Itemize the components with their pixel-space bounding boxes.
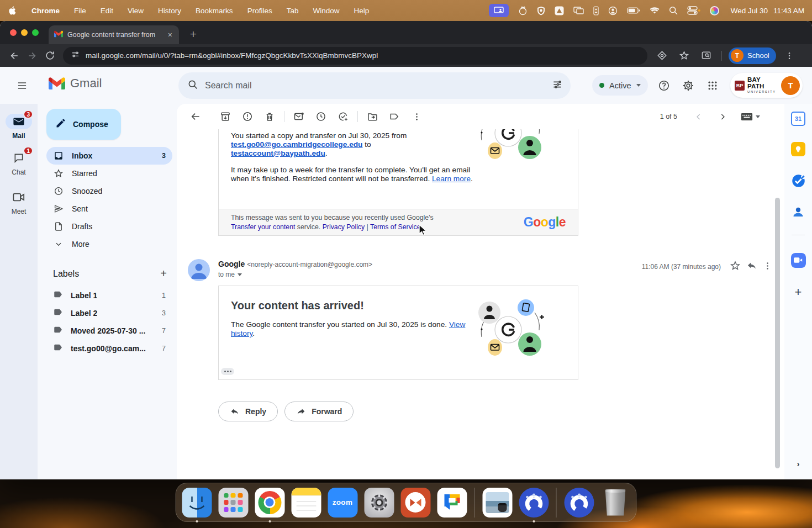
mark-unread-icon[interactable] (288, 105, 310, 128)
transfer-to-link[interactable]: testaccount@baypath.edu (231, 149, 325, 157)
sidebar-item-snoozed[interactable]: Snoozed (46, 182, 172, 200)
site-settings-icon[interactable] (71, 50, 80, 61)
rail-item-meet[interactable]: Meet (0, 189, 38, 215)
calendar-icon[interactable]: 31 (790, 110, 806, 127)
message-more-icon[interactable] (763, 261, 772, 273)
privacy-policy-link[interactable]: Privacy Policy (323, 223, 365, 231)
menu-profiles[interactable]: Profiles (247, 7, 272, 15)
reply-icon[interactable] (746, 260, 757, 273)
rail-item-mail[interactable]: 3 Mail (0, 114, 38, 140)
settings-gear-icon[interactable] (677, 75, 699, 97)
address-bar[interactable]: mail.google.com/mail/u/0/?tab=rm&ogbl#in… (63, 47, 647, 65)
apps-grid-icon[interactable] (702, 75, 724, 97)
scrollbar-thumb[interactable] (775, 198, 780, 468)
sender-avatar[interactable] (188, 259, 210, 281)
menu-clock[interactable]: Wed Jul 30 11:43 AM (731, 7, 804, 15)
forward-button[interactable]: Forward (284, 402, 354, 421)
reply-button[interactable]: Reply (218, 402, 278, 421)
star-message-icon[interactable] (730, 260, 741, 273)
close-window-button[interactable] (10, 29, 17, 36)
menu-window[interactable]: Window (313, 7, 339, 15)
back-to-inbox-icon[interactable] (184, 105, 207, 128)
keep-icon[interactable] (790, 141, 806, 157)
main-menu-icon[interactable] (11, 75, 33, 97)
user-switch-icon[interactable] (608, 6, 618, 15)
snooze-icon[interactable] (310, 105, 332, 128)
browser-tab[interactable]: Google content transfer from × (49, 25, 179, 44)
fullscreen-window-button[interactable] (32, 29, 39, 36)
extensions-icon[interactable] (653, 47, 671, 65)
display-mirroring-icon[interactable] (573, 7, 584, 14)
dock-finder-icon[interactable] (181, 487, 213, 518)
menu-file[interactable]: File (74, 7, 86, 15)
control-center-icon[interactable] (687, 6, 700, 15)
hide-side-panel-icon[interactable]: › (790, 455, 806, 472)
menu-bookmarks[interactable]: Bookmarks (196, 7, 233, 15)
dock-settings-icon[interactable] (363, 487, 395, 518)
status-selector[interactable]: Active (592, 75, 648, 96)
search-options-icon[interactable] (552, 79, 563, 92)
tasks-icon[interactable] (790, 172, 806, 189)
gmail-logo[interactable]: Gmail (49, 76, 102, 91)
recipient-row[interactable]: to me (218, 271, 372, 278)
dock-trash-icon[interactable] (600, 487, 631, 518)
show-trimmed-content-button[interactable] (221, 368, 234, 375)
account-avatar[interactable]: T (781, 76, 800, 95)
shield-icon[interactable] (537, 6, 545, 15)
dock-chrome-icon[interactable] (254, 487, 286, 518)
device-battery-icon[interactable] (593, 6, 599, 15)
archive-icon[interactable] (214, 105, 236, 128)
spotlight-search-icon[interactable] (669, 6, 678, 15)
search-input[interactable] (205, 81, 545, 91)
terms-link[interactable]: Terms of Service (370, 223, 421, 231)
compose-button[interactable]: Compose (46, 109, 121, 140)
rail-item-chat[interactable]: 1 Chat (0, 150, 38, 176)
wifi-icon[interactable] (650, 7, 660, 14)
bookmark-star-icon[interactable] (675, 47, 693, 65)
menu-help[interactable]: Help (354, 7, 369, 15)
menu-app-name[interactable]: Chrome (31, 7, 60, 15)
side-panel-icon[interactable] (697, 47, 715, 65)
dock-notes-icon[interactable] (291, 487, 322, 518)
dock-preview-icon[interactable] (482, 487, 513, 518)
input-tools-icon[interactable] (736, 105, 764, 128)
badge-status-icon[interactable] (518, 6, 528, 15)
report-spam-icon[interactable] (236, 105, 259, 128)
label-item-moved[interactable]: Moved 2025-07-30 ... 7 (46, 322, 172, 340)
apple-menu-icon[interactable] (8, 6, 16, 15)
search-bar[interactable] (178, 72, 571, 99)
get-addons-icon[interactable]: + (790, 284, 806, 300)
reload-button-icon[interactable] (41, 47, 59, 65)
menu-history[interactable]: History (158, 7, 181, 15)
sidebar-item-starred[interactable]: Starred (46, 165, 172, 182)
menu-tab[interactable]: Tab (287, 7, 299, 15)
browser-profile-button[interactable]: T School (729, 47, 776, 64)
contacts-icon[interactable] (790, 204, 806, 220)
more-options-icon[interactable] (405, 105, 428, 128)
help-icon[interactable] (653, 75, 675, 97)
add-to-tasks-icon[interactable] (332, 105, 354, 128)
sidebar-item-inbox[interactable]: Inbox 3 (46, 147, 172, 165)
menu-view[interactable]: View (128, 7, 144, 15)
learn-more-link[interactable]: Learn more (432, 175, 471, 183)
label-item-account[interactable]: test.go00@go.cam... 7 (46, 340, 172, 357)
video-addon-icon[interactable] (790, 252, 806, 268)
search-icon[interactable] (187, 79, 198, 92)
sidebar-item-sent[interactable]: Sent (46, 200, 172, 218)
dock-remote-desktop-icon[interactable] (400, 487, 431, 518)
tab-close-icon[interactable]: × (167, 31, 173, 39)
newer-chevron-icon[interactable] (687, 105, 709, 128)
labels-icon[interactable] (383, 105, 405, 128)
create-label-icon[interactable]: + (160, 267, 167, 280)
sidebar-item-drafts[interactable]: Drafts (46, 218, 172, 235)
browser-menu-icon[interactable] (781, 47, 798, 65)
menu-edit[interactable]: Edit (101, 7, 113, 15)
sender-name[interactable]: Google (218, 260, 245, 268)
back-button-icon[interactable] (6, 47, 23, 65)
swirl-app-icon[interactable] (710, 6, 719, 15)
dock-zoom-icon[interactable]: zoom (327, 487, 358, 518)
transfer-content-link[interactable]: Transfer your content (231, 223, 295, 231)
caution-app-icon[interactable] (555, 6, 564, 15)
battery-icon[interactable] (627, 7, 640, 14)
dock-self-service-window-icon[interactable] (563, 487, 595, 518)
